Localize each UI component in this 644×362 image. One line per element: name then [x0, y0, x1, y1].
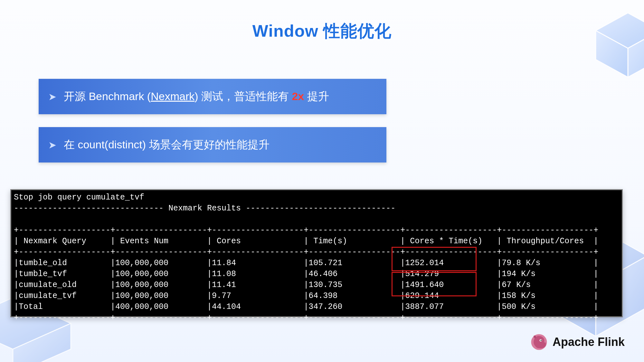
terminal-line: Stop job query cumulate_tvf	[14, 193, 144, 202]
terminal-output: Stop job query cumulate_tvf ------------…	[10, 189, 623, 317]
terminal-line: +-------------------+-------------------…	[14, 313, 598, 322]
highlight-box-cumulate	[392, 272, 477, 296]
bullet-count-distinct-text: 在 count(distinct) 场景会有更好的性能提升	[64, 137, 270, 152]
bullet-count-distinct: ➤ 在 count(distinct) 场景会有更好的性能提升	[39, 127, 386, 162]
bullet-arrow-icon: ➤	[48, 91, 57, 102]
nexmark-link[interactable]: Nexmark	[151, 90, 194, 102]
bullet-arrow-icon: ➤	[48, 139, 57, 151]
bullet-text-segment: 提升	[304, 90, 329, 102]
slide: Window 性能优化 ➤ 开源 Benchmark (Nexmark) 测试，…	[0, 0, 644, 362]
bullet-benchmark-text: 开源 Benchmark (Nexmark) 测试，普适性能有 2x 提升	[64, 89, 329, 104]
table-row: |tumble_old |100,000,000 |11.84 |105.721…	[14, 258, 598, 268]
footer-logo: Apache Flink	[530, 333, 625, 351]
slide-title: Window 性能优化	[0, 20, 644, 42]
terminal-line: +-------------------+-------------------…	[14, 226, 598, 235]
footer-brand-text: Apache Flink	[553, 335, 625, 349]
table-row: |tumble_tvf |100,000,000 |11.08 |46.406 …	[14, 269, 598, 279]
terminal-header-row: | Nexmark Query | Events Num | Cores | T…	[14, 237, 598, 246]
terminal-line: +-------------------+-------------------…	[14, 247, 598, 257]
table-row: |cumulate_tvf |100,000,000 |9.77 |64.398…	[14, 291, 598, 301]
table-row: |cumulate_old |100,000,000 |11.41 |130.7…	[14, 280, 598, 290]
decoration-top-right	[586, 6, 644, 90]
terminal-line: ------------------------------- Nexmark …	[14, 204, 395, 213]
svg-point-11	[540, 340, 542, 341]
bullet-text-segment: 开源 Benchmark (	[64, 90, 151, 102]
flink-squirrel-icon	[530, 333, 548, 351]
bullet-text-segment: ) 测试，普适性能有	[194, 90, 292, 102]
highlight-box-tumble	[392, 247, 477, 271]
table-row: |Total |400,000,000 |44.104 |347.260 |38…	[14, 302, 598, 311]
bullet-benchmark: ➤ 开源 Benchmark (Nexmark) 测试，普适性能有 2x 提升	[39, 79, 386, 114]
highlight-2x: 2x	[292, 90, 304, 102]
